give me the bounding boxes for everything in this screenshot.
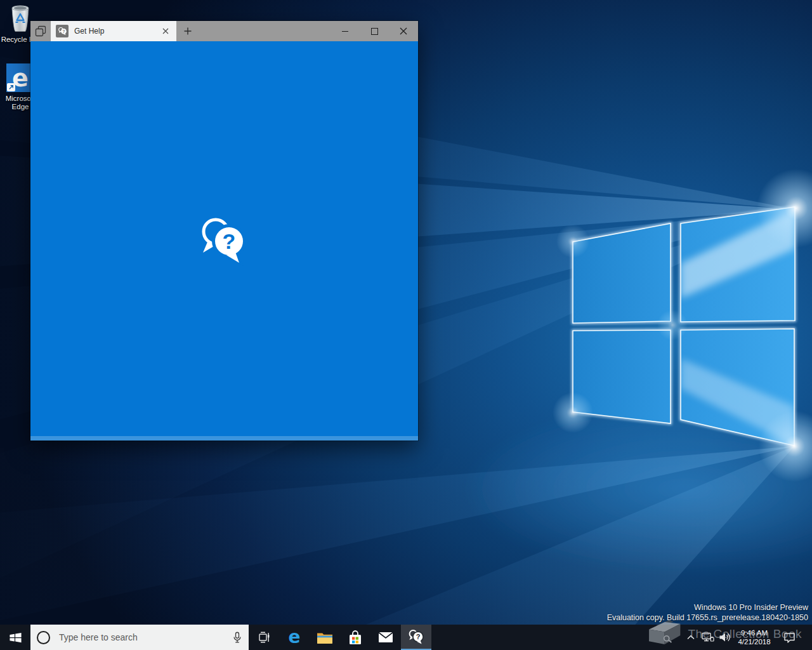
desktop: Recycle Bin e Microsoft Edge xyxy=(0,0,812,650)
show-hidden-icons-button[interactable] xyxy=(683,625,699,650)
taskbar-question-mark: ? xyxy=(416,633,420,640)
taskbar-app-edge[interactable]: e xyxy=(279,625,310,650)
start-button[interactable] xyxy=(0,625,30,650)
os-build-watermark: Windows 10 Pro Insider Preview Evaluatio… xyxy=(607,602,808,623)
minimize-button[interactable] xyxy=(331,21,360,41)
start-icon xyxy=(9,631,22,644)
close-button[interactable] xyxy=(389,21,418,41)
close-icon xyxy=(400,27,407,35)
volume-icon xyxy=(719,632,731,642)
new-tab-button[interactable] xyxy=(176,21,199,41)
taskbar-app-get-help[interactable]: ? xyxy=(401,625,431,650)
tab-get-help[interactable]: ? Get Help xyxy=(51,21,176,41)
edge-taskbar-glyph: e xyxy=(289,628,301,647)
cortana-circle-icon xyxy=(37,631,50,644)
window-titlebar[interactable]: ? Get Help xyxy=(30,21,418,41)
titlebar-drag-area[interactable] xyxy=(199,21,331,41)
mail-icon xyxy=(378,632,393,643)
watermark-line-2: Evaluation copy. Build 17655.rs_prerelea… xyxy=(607,613,808,623)
file-explorer-icon xyxy=(317,631,333,644)
new-tab-icon xyxy=(184,27,192,35)
shortcut-arrow-icon xyxy=(7,83,15,91)
get-help-favicon: ? xyxy=(56,25,69,37)
maximize-icon xyxy=(371,28,378,35)
edge-icon: e xyxy=(285,628,304,647)
action-center-icon xyxy=(783,632,796,644)
clock-time: 9:46 AM xyxy=(733,628,775,637)
volume-button[interactable] xyxy=(716,625,733,650)
tab-switcher-icon xyxy=(34,25,47,37)
recycle-bin-icon xyxy=(8,4,33,33)
get-help-splash-icon: ? xyxy=(199,216,251,267)
taskbar-clock[interactable]: 9:46 AM 4/21/2018 xyxy=(733,628,775,646)
search-input[interactable] xyxy=(58,632,232,643)
tab-switcher-button[interactable] xyxy=(30,21,51,41)
get-help-splash-content: ? xyxy=(30,41,418,441)
watermark-line-1: Windows 10 Pro Insider Preview xyxy=(607,602,808,613)
taskbar-search[interactable] xyxy=(30,625,249,650)
get-help-window: ? Get Help xyxy=(30,21,418,441)
taskbar-app-mail[interactable] xyxy=(370,625,401,650)
taskbar: e xyxy=(0,625,812,650)
network-status-button[interactable] xyxy=(699,625,716,650)
taskbar-app-file-explorer[interactable] xyxy=(310,625,340,650)
favicon-question-mark: ? xyxy=(62,29,65,34)
tray-chevron-icon xyxy=(686,633,695,641)
microphone-icon[interactable] xyxy=(232,631,242,644)
tab-close-icon xyxy=(162,28,169,34)
network-icon xyxy=(702,632,714,642)
get-help-icon: ? xyxy=(408,629,425,645)
splash-question-mark: ? xyxy=(222,229,235,253)
task-view-icon xyxy=(258,631,270,644)
system-tray: 9:46 AM 4/21/2018 xyxy=(683,625,812,650)
task-view-button[interactable] xyxy=(249,625,279,650)
tab-close-button[interactable] xyxy=(160,25,171,37)
store-icon xyxy=(348,630,363,646)
action-center-button[interactable] xyxy=(775,625,803,650)
clock-date: 4/21/2018 xyxy=(733,637,775,646)
maximize-button[interactable] xyxy=(360,21,389,41)
taskbar-app-store[interactable] xyxy=(340,625,370,650)
tab-title: Get Help xyxy=(74,27,160,36)
minimize-icon xyxy=(342,31,348,32)
